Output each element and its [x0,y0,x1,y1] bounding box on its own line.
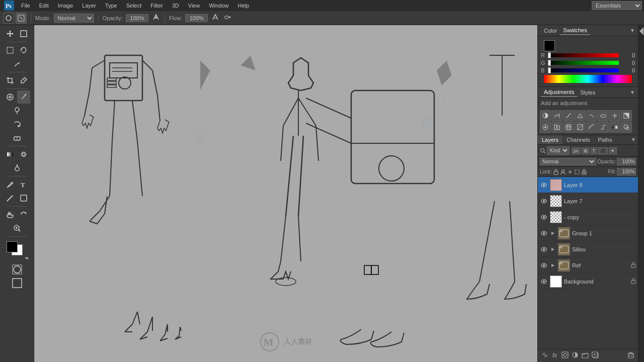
filter-smart-btn[interactable]: ✦ [609,147,617,154]
new-layer-btn[interactable] [591,351,599,360]
layer-visibility-icon[interactable] [540,181,548,189]
layer-item[interactable]: Background [538,274,638,290]
delete-layer-btn[interactable] [627,351,635,360]
menu-file[interactable]: File [17,2,34,10]
opacity-input[interactable] [126,14,148,22]
menu-help[interactable]: Help [234,2,254,10]
tab-color[interactable]: Color [541,27,560,35]
foreground-color-swatch[interactable] [544,40,555,51]
menu-select[interactable]: Select [122,2,146,10]
red-slider[interactable] [548,53,619,57]
eyedropper-tool[interactable] [17,74,30,87]
menu-view[interactable]: View [184,2,204,10]
text-tool[interactable]: T [17,178,30,191]
lock-all-icon[interactable] [581,169,587,175]
menu-type[interactable]: Type [101,2,121,10]
opacity-input[interactable] [617,158,636,165]
magic-wand-tool[interactable] [11,57,24,70]
bw-adj[interactable] [621,110,632,121]
lock-position-icon[interactable] [567,169,573,175]
add-mask-btn[interactable] [561,351,569,360]
gradient-tool[interactable] [4,148,17,161]
history-brush-tool[interactable] [11,118,24,131]
blue-thumb[interactable] [548,67,551,73]
flow-input[interactable] [185,14,208,22]
blur-tool[interactable] [17,148,30,161]
green-thumb[interactable] [548,60,551,66]
filter-type-btn[interactable]: T [591,147,598,154]
link-layers-btn[interactable] [541,351,549,360]
workspace-selector[interactable]: Essentials [592,1,642,10]
filter-pixel-btn[interactable]: px [572,147,581,154]
pen-tool[interactable] [4,178,17,191]
blue-slider[interactable] [548,68,619,72]
vibrance-adj[interactable] [586,110,597,121]
color-balance-adj[interactable] [609,110,620,121]
color-spectrum[interactable] [544,75,632,83]
threshold-adj[interactable] [598,122,609,133]
swap-colors-btn[interactable]: ⇆ [25,256,29,260]
invert-adj[interactable] [575,122,586,133]
layer-visibility-icon[interactable] [540,261,548,269]
foreground-color-box[interactable] [7,241,18,252]
layer-kind-select[interactable]: Kind [547,146,570,155]
layer-visibility-icon[interactable] [540,229,548,237]
layer-visibility-icon[interactable] [540,278,548,286]
crop-tool[interactable] [4,74,17,87]
layers-panel-options[interactable]: ▼ [629,135,638,144]
layer-item[interactable]: Ref [538,257,638,274]
hand-tool[interactable] [4,208,17,221]
mode-select[interactable]: Normal Multiply Screen [54,14,94,23]
exposure-adj[interactable] [575,110,586,121]
levels-adj[interactable] [551,110,562,121]
lock-pixels-icon[interactable] [553,169,559,175]
brush-size-prev[interactable] [3,13,14,24]
menu-image[interactable]: Image [54,2,77,10]
tab-adjustments[interactable]: Adjustments [541,88,578,97]
green-slider[interactable] [548,61,619,65]
menu-layer[interactable]: Layer [78,2,100,10]
layer-item[interactable]: Sillou [538,241,638,257]
rotate-tool[interactable] [17,208,30,221]
layer-item[interactable]: Layer 8 [538,177,638,193]
opacity-pressure-btn[interactable] [151,13,160,23]
layer-visibility-icon[interactable] [540,197,548,205]
layer-expand-icon[interactable] [550,246,556,252]
layer-list[interactable]: Layer 8 Layer 7 [538,177,638,349]
layer-visibility-icon[interactable] [540,213,548,221]
fill-input[interactable] [617,168,636,175]
move-tool[interactable] [4,27,17,40]
new-adjustment-layer-btn[interactable] [571,351,579,360]
lock-image-icon[interactable] [560,169,566,175]
tab-swatches[interactable]: Swatches [560,26,590,35]
airbrush-btn[interactable] [223,13,232,23]
posterize-adj[interactable] [586,122,597,133]
eraser-tool[interactable] [11,131,24,144]
filter-shape-btn[interactable]: ⬛ [598,147,608,154]
stamp-tool[interactable] [11,104,24,117]
screen-mode-btn[interactable] [11,277,24,290]
menu-filter[interactable]: Filter [146,2,167,10]
artboard-tool[interactable] [17,27,30,40]
layer-item[interactable]: - copy [538,209,638,225]
tab-styles[interactable]: Styles [578,88,599,97]
brush-angle-btn[interactable] [16,13,27,24]
curves-adj[interactable] [563,110,574,121]
lock-artboard-icon[interactable] [574,169,580,175]
selective-color-adj[interactable] [621,122,632,133]
right-panel-collapse[interactable] [638,25,644,362]
red-thumb[interactable] [548,52,551,58]
path-selection-tool[interactable] [4,192,17,205]
brightness-contrast-adj[interactable] [540,110,551,121]
canvas-area[interactable]: 图 人 图 材 M 人人素材 [34,25,537,362]
shape-tool[interactable] [17,192,30,205]
lasso-tool[interactable] [17,44,30,57]
photo-filter-adj[interactable] [540,122,551,133]
color-panel-options[interactable]: ▼ [630,28,635,33]
canvas-content[interactable]: 图 人 图 材 M 人人素材 [34,25,537,362]
tab-layers[interactable]: Layers [538,135,562,144]
filter-adjust-btn[interactable]: ⊞ [582,147,590,154]
menu-window[interactable]: Window [205,2,232,10]
blend-mode-select[interactable]: Normal Multiply [540,158,596,165]
hue-sat-adj[interactable] [598,110,609,121]
